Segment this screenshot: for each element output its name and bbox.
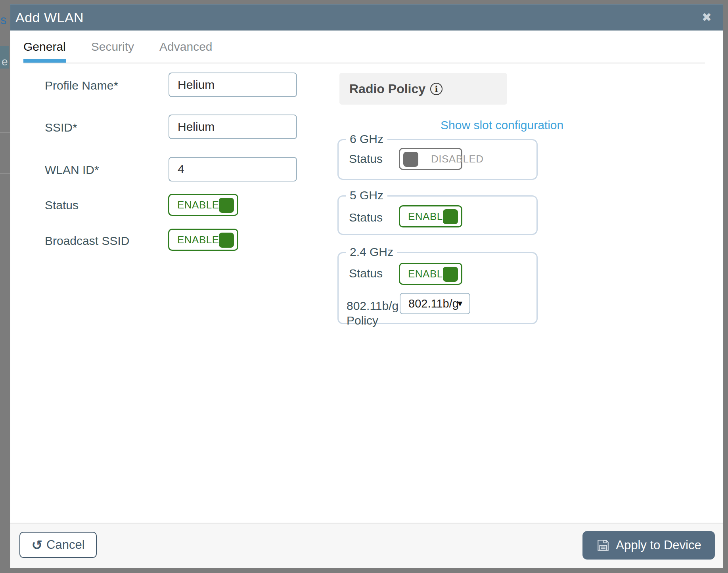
- dimmed-background: s & e: [0, 0, 10, 573]
- close-icon[interactable]: ✖: [702, 10, 712, 25]
- policy-dropdown-value: 802.11b/g: [408, 297, 459, 310]
- wlan-id-label: WLAN ID*: [45, 163, 99, 177]
- broadcast-ssid-label: Broadcast SSID: [45, 234, 129, 248]
- status-toggle[interactable]: ENABLED: [168, 194, 238, 216]
- band-24ghz-legend: 2.4 GHz: [346, 245, 397, 259]
- policy-80211bg-label: 802.11b/g Policy: [347, 298, 398, 328]
- toggle-knob: [403, 152, 418, 167]
- policy-80211bg-dropdown[interactable]: 802.11b/g ▼: [400, 293, 470, 314]
- radio-policy-header: Radio Policy i: [339, 73, 507, 105]
- band-6ghz-toggle-state: DISABLED: [431, 153, 484, 165]
- band-6ghz-legend: 6 GHz: [346, 132, 387, 146]
- status-label: Status: [45, 199, 79, 212]
- profile-name-label: Profile Name*: [45, 79, 118, 92]
- tab-advanced[interactable]: Advanced: [159, 36, 212, 63]
- band-24ghz-status-label: Status: [349, 267, 383, 280]
- background-button-fragment: e: [0, 46, 9, 69]
- toggle-knob: [219, 233, 234, 248]
- apply-button-label: Apply to Device: [616, 538, 701, 552]
- chevron-down-icon: ▼: [456, 299, 464, 308]
- tab-general[interactable]: General: [23, 36, 66, 63]
- radio-policy-title: Radio Policy: [349, 82, 425, 96]
- band-24ghz-status-toggle[interactable]: ENABLED: [399, 263, 462, 285]
- background-table-divider: [0, 173, 10, 174]
- cancel-button-label: Cancel: [46, 538, 85, 552]
- band-5ghz-legend: 5 GHz: [346, 189, 387, 202]
- ssid-label: SSID*: [45, 121, 77, 134]
- toggle-knob: [443, 267, 458, 282]
- show-slot-configuration-link[interactable]: Show slot configuration: [441, 118, 563, 132]
- save-icon: [596, 538, 610, 552]
- tab-security[interactable]: Security: [91, 36, 134, 63]
- background-table-divider: [0, 132, 10, 133]
- toggle-knob: [219, 198, 234, 213]
- dialog-title: Add WLAN: [15, 10, 84, 25]
- wlan-id-input[interactable]: [169, 157, 297, 181]
- toggle-knob: [443, 209, 458, 224]
- dialog-footer: ↺ Cancel Apply to Device: [10, 523, 723, 568]
- background-button-label: e: [2, 55, 8, 68]
- dialog-header: Add WLAN ✖: [10, 4, 723, 31]
- band-5ghz-status-toggle[interactable]: ENABLED: [399, 205, 462, 227]
- ssid-input[interactable]: [169, 115, 297, 139]
- cancel-button[interactable]: ↺ Cancel: [19, 532, 97, 558]
- band-6ghz-status-toggle[interactable]: DISABLED: [399, 148, 462, 170]
- broadcast-ssid-toggle[interactable]: ENABLED: [168, 229, 238, 251]
- info-icon[interactable]: i: [430, 83, 443, 95]
- profile-name-input[interactable]: [169, 73, 297, 97]
- apply-to-device-button[interactable]: Apply to Device: [582, 531, 715, 560]
- band-6ghz-status-label: Status: [349, 152, 383, 166]
- band-5ghz-status-label: Status: [349, 211, 383, 224]
- add-wlan-dialog: Add WLAN ✖ General Security Advanced Pro…: [10, 4, 723, 568]
- tab-bar: General Security Advanced: [23, 36, 705, 63]
- undo-icon: ↺: [31, 539, 42, 552]
